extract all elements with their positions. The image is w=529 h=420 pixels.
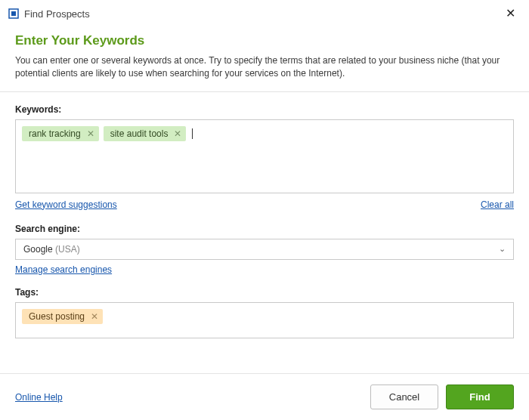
main-content: Keywords: rank tracking ✕ site audit too…	[0, 92, 529, 344]
titlebar-left: Find Prospects	[8, 8, 90, 20]
footer: Online Help Cancel Find	[0, 373, 529, 420]
search-engine-secondary: (USA)	[53, 244, 80, 255]
keywords-subrow: Get keyword suggestions Clear all	[15, 199, 514, 210]
window-title: Find Prospects	[24, 8, 90, 20]
online-help-link[interactable]: Online Help	[15, 392, 63, 403]
search-engine-primary: Google	[23, 244, 53, 255]
keyword-chip-text: site audit tools	[110, 128, 169, 139]
header-section: Enter Your Keywords You can enter one or…	[0, 24, 529, 91]
close-icon[interactable]: ✕	[503, 6, 518, 21]
remove-tag-icon[interactable]: ✕	[91, 312, 98, 321]
find-button[interactable]: Find	[446, 384, 514, 409]
text-cursor	[192, 128, 193, 139]
remove-keyword-icon[interactable]: ✕	[174, 129, 181, 138]
app-icon	[8, 8, 20, 20]
keyword-chip[interactable]: site audit tools ✕	[104, 126, 187, 141]
chevron-down-icon: ⌄	[499, 244, 506, 254]
manage-search-engines-link[interactable]: Manage search engines	[15, 264, 112, 275]
remove-keyword-icon[interactable]: ✕	[87, 129, 94, 138]
cancel-button[interactable]: Cancel	[370, 384, 438, 409]
titlebar: Find Prospects ✕	[0, 0, 529, 24]
keywords-input[interactable]: rank tracking ✕ site audit tools ✕	[15, 119, 514, 193]
keywords-label: Keywords:	[15, 104, 514, 115]
get-suggestions-link[interactable]: Get keyword suggestions	[15, 199, 117, 210]
tags-label: Tags:	[15, 287, 514, 298]
keyword-chip[interactable]: rank tracking ✕	[22, 126, 99, 141]
page-heading: Enter Your Keywords	[15, 33, 514, 48]
clear-all-link[interactable]: Clear all	[481, 199, 514, 210]
tags-input[interactable]: Guest posting ✕	[15, 302, 514, 338]
search-engine-select[interactable]: Google (USA) ⌄	[15, 239, 514, 260]
intro-text: You can enter one or several keywords at…	[15, 54, 514, 81]
keyword-chip-text: rank tracking	[29, 128, 81, 139]
search-engine-value: Google (USA)	[23, 244, 80, 255]
footer-buttons: Cancel Find	[370, 384, 514, 409]
search-engine-label: Search engine:	[15, 224, 514, 234]
tag-chip[interactable]: Guest posting ✕	[22, 309, 103, 324]
tag-chip-text: Guest posting	[29, 311, 85, 322]
footer-links: Online Help	[15, 392, 63, 403]
svg-rect-1	[11, 11, 16, 16]
